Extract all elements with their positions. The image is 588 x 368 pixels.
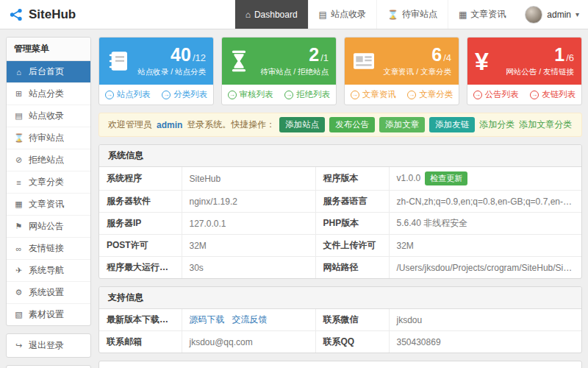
info-value: jksdou@qq.com — [182, 331, 315, 353]
sidebar-item-label: 待审站点 — [29, 132, 64, 144]
stat-card-sites-links: → 站点列表 → 分类列表 — [99, 85, 213, 105]
info-value: v1.0.0检查更新 — [389, 167, 581, 191]
reject-list-link[interactable]: → 拒绝列表 — [279, 89, 337, 100]
welcome-alert: 欢迎管理员 admin 登录系统。快捷操作： 添加站点 发布公告 添加文章 添加… — [98, 113, 582, 137]
welcome-prefix: 欢迎管理员 — [108, 118, 152, 131]
user-menu[interactable]: admin ▾ — [516, 0, 588, 29]
sidebar-item-label: 系统导航 — [29, 264, 64, 277]
sidebar-item-rejected-sites[interactable]: ⊘ 拒绝站点 — [7, 149, 90, 171]
info-label: POST许可 — [99, 235, 182, 257]
sidebar-item-system-settings[interactable]: ⚙ 系统设置 — [7, 281, 90, 303]
top-navbar: SiteHub ⌂ Dashboard ▤ 站点收录 ⌛ 待审站点 ▦ 文章资讯… — [0, 0, 588, 29]
tab-pending-sites[interactable]: ⌛ 待审站点 — [376, 0, 448, 29]
support-info-title: 支持信息 — [99, 287, 581, 309]
newspaper-icon: ▦ — [459, 10, 467, 20]
table-row: 系统程序 SiteHub 程序版本 v1.0.0检查更新 — [99, 167, 581, 191]
sidebar-title: 管理菜单 — [7, 38, 90, 61]
hourglass-icon: ⌛ — [387, 10, 398, 20]
sidebar-item-label: 拒绝站点 — [29, 154, 64, 166]
sidebar-item-label: 文章资讯 — [29, 198, 64, 210]
tab-articles[interactable]: ▦ 文章资讯 — [448, 0, 516, 29]
info-label: 程序最大运行时间 — [99, 257, 182, 279]
circle-arrow-icon: → — [530, 91, 539, 99]
sidebar-item-label: 素材设置 — [29, 308, 64, 321]
announcement-list-link[interactable]: → 公告列表 — [467, 89, 525, 100]
info-value: 127.0.0.1 — [182, 213, 315, 235]
friend-link-list-link[interactable]: → 友链列表 — [525, 89, 582, 100]
copyright-footer: Copyright © 2024 CROGRAM. All Rights Res… — [98, 361, 582, 368]
add-category-link[interactable]: 添加分类 — [479, 118, 514, 131]
info-value: 32M — [182, 235, 315, 257]
add-article-category-link[interactable]: 添加文章分类 — [519, 118, 572, 131]
review-list-link[interactable]: → 审核列表 — [222, 89, 279, 100]
brand[interactable]: SiteHub — [9, 0, 76, 29]
add-site-button[interactable]: 添加站点 — [279, 117, 325, 132]
image-icon: ▧ — [14, 310, 24, 319]
info-value: 5.6.40 非线程安全 — [389, 213, 581, 235]
sidebar-item-site-list[interactable]: ▤ 站点收录 — [7, 105, 90, 127]
nav-tabs: ⌂ Dashboard ▤ 站点收录 ⌛ 待审站点 ▦ 文章资讯 admin ▾ — [234, 0, 588, 29]
circle-arrow-icon: → — [351, 91, 359, 99]
logout-label: 退出登录 — [29, 339, 64, 352]
tab-site-list[interactable]: ▤ 站点收录 — [308, 0, 376, 29]
site-list-link[interactable]: → 站点列表 — [99, 89, 157, 100]
stat-card-articles-links: → 文章资讯 → 文章分类 — [345, 85, 459, 105]
sidebar-item-label: 友情链接 — [29, 242, 64, 255]
tab-label: 待审站点 — [402, 8, 437, 21]
version-badge: SiteHub v1.0.0 — [6, 365, 91, 368]
stat-card-pending-top: 2/1 待审站点 / 拒绝站点 — [222, 38, 336, 85]
sidebar-item-site-category[interactable]: ⊞ 站点分类 — [7, 82, 90, 105]
info-label: 联系微信 — [315, 309, 389, 331]
add-friend-link-button[interactable]: 添加友链 — [429, 117, 475, 132]
circle-arrow-icon: → — [473, 91, 482, 99]
publish-announcement-button[interactable]: 发布公告 — [329, 117, 375, 132]
hourglass-icon: ⌛ — [14, 133, 24, 143]
admin-username-link[interactable]: admin — [157, 120, 182, 130]
check-update-button[interactable]: 检查更新 — [425, 171, 467, 185]
sidebar-item-home[interactable]: ⌂ 后台首页 — [7, 61, 90, 82]
info-value: SiteHub — [182, 167, 315, 191]
chevron-down-icon: ▾ — [576, 10, 579, 18]
sidebar-item-articles[interactable]: ▦ 文章资讯 — [7, 193, 90, 215]
info-value: /Users/jksdou/Projects/crogram/SiteHub/S… — [389, 257, 581, 279]
support-info-table: 最新版本下载网址 源码下载交流反馈 联系微信 jksdou 联系邮箱 jksdo… — [99, 309, 581, 353]
stat-value: 40/12 — [137, 46, 206, 64]
book-icon — [107, 49, 130, 73]
article-list-link[interactable]: → 文章资讯 — [345, 89, 402, 100]
feedback-link[interactable]: 交流反馈 — [232, 314, 268, 325]
stat-label: 站点收录 / 站点分类 — [137, 67, 206, 77]
sidebar-item-article-category[interactable]: ≡ 文章分类 — [7, 171, 90, 193]
add-article-button[interactable]: 添加文章 — [379, 117, 425, 132]
stat-value: 1/6 — [506, 46, 574, 64]
stat-value: 2/1 — [260, 46, 329, 64]
sidebar-item-system-nav[interactable]: ✈ 系统导航 — [7, 259, 90, 281]
sidebar-item-label: 站点收录 — [29, 110, 64, 122]
support-info-panel: 支持信息 最新版本下载网址 源码下载交流反馈 联系微信 jksdou 联系邮箱 … — [98, 286, 582, 353]
sidebar-item-label: 网站公告 — [29, 220, 64, 233]
newspaper-icon: ▦ — [14, 199, 24, 209]
logout-button[interactable]: ↪ 退出登录 — [7, 334, 90, 357]
tab-dashboard[interactable]: ⌂ Dashboard — [234, 0, 308, 29]
sidebar-item-pending-sites[interactable]: ⌛ 待审站点 — [7, 127, 90, 149]
sidebar: 管理菜单 ⌂ 后台首页 ⊞ 站点分类 ▤ 站点收录 ⌛ 待审站点 ⊘ 拒绝站点 — [6, 37, 91, 368]
info-label: 文件上传许可 — [315, 235, 389, 257]
sidebar-item-announcements[interactable]: ⚑ 网站公告 — [7, 215, 90, 237]
stat-card-announcements: ¥ 1/6 网站公告 / 友情链接 → 公告列表 → 友链列表 — [467, 37, 582, 105]
info-label: 服务器语言 — [315, 191, 389, 213]
sidebar-item-label: 后台首页 — [29, 66, 64, 78]
source-download-link[interactable]: 源码下载 — [190, 314, 225, 325]
article-category-link[interactable]: → 文章分类 — [402, 89, 459, 100]
stat-card-announcements-links: → 公告列表 → 友链列表 — [467, 85, 581, 105]
sidebar-item-friend-links[interactable]: ∞ 友情链接 — [7, 237, 90, 259]
category-list-link[interactable]: → 分类列表 — [157, 89, 214, 100]
book-icon: ▤ — [319, 10, 327, 20]
stat-card-sites-top: 40/12 站点收录 / 站点分类 — [99, 38, 213, 85]
info-label: 系统程序 — [99, 167, 182, 191]
table-row: 联系邮箱 jksdou@qq.com 联系QQ 350430869 — [99, 331, 581, 353]
system-info-title: 系统信息 — [99, 145, 581, 167]
info-value: 30s — [182, 257, 315, 279]
circle-arrow-icon: → — [105, 91, 114, 99]
info-label: 联系QQ — [315, 331, 389, 353]
sidebar-item-material-settings[interactable]: ▧ 素材设置 — [7, 303, 90, 325]
brand-title: SiteHub — [29, 7, 76, 22]
